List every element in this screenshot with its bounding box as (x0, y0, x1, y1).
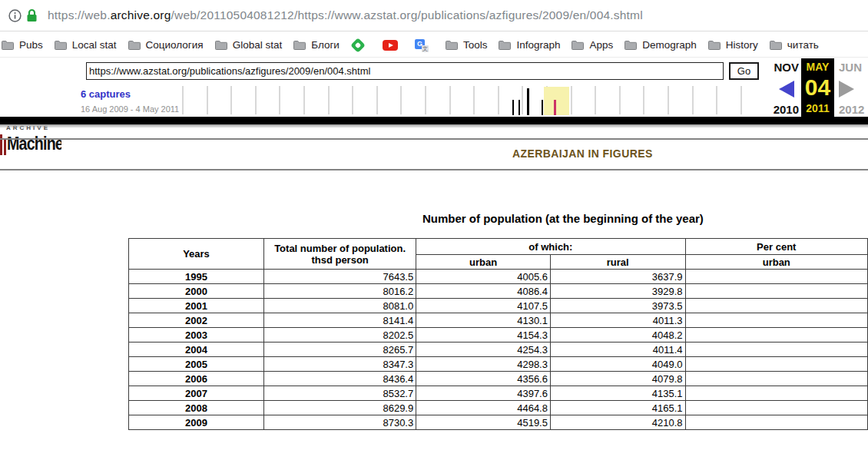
browser-window: https://web.archive.org/web/201105040812… (0, 0, 868, 460)
nav-prev-month[interactable]: NOV (757, 61, 799, 74)
bookmark-folder-apps[interactable]: Apps (571, 39, 613, 51)
bookmark-folder-local-stat[interactable]: Local stat (55, 39, 117, 51)
table-row: 19957643.54005.63637.9 (129, 270, 868, 284)
col-header-total-line1: Total number of population. (266, 243, 414, 254)
folder-icon (708, 40, 721, 50)
table-row: 20008016.24086.43929.8 (129, 284, 868, 299)
folder-icon (499, 40, 511, 50)
toolbar-bottom-band (0, 117, 868, 124)
cell-rural: 4135.1 (550, 386, 685, 401)
bookmark-folder-infograph[interactable]: Infograph (499, 39, 560, 51)
secure-lock-icon[interactable] (26, 8, 38, 25)
cell-year: 2001 (129, 299, 264, 313)
cell-total: 8202.5 (263, 328, 416, 343)
bookmark-translate[interactable]: G文 (415, 38, 434, 52)
table-row: 20068436.44356.64079.8 (129, 372, 868, 386)
bookmark-label: Global stat (233, 39, 283, 51)
folder-icon (215, 40, 227, 50)
table-row: 20038202.54154.34048.2 (129, 328, 868, 343)
cell-total: 8081.0 (263, 299, 416, 313)
col-header-per-cent-urban: urban (685, 255, 867, 270)
capture-bar[interactable] (542, 100, 543, 115)
bookmark-folder-блоги[interactable]: Блоги (293, 39, 340, 51)
bookmark-folder-социология[interactable]: Социология (128, 39, 204, 51)
cell-per-cent (685, 284, 867, 299)
cell-year: 2005 (129, 357, 264, 372)
folder-icon (770, 40, 782, 50)
cell-per-cent (685, 372, 867, 386)
url-path: /web/20110504081212/https://www.azstat.o… (171, 8, 643, 22)
table-row: 20018081.04107.53973.5 (129, 299, 868, 313)
cell-total: 8436.4 (263, 372, 416, 386)
nav-next-year[interactable]: 2012 (839, 103, 864, 116)
address-url-text[interactable]: https://web.archive.org/web/201105040812… (48, 8, 643, 22)
go-button[interactable]: Go (729, 62, 759, 80)
bookmark-folder-читать[interactable]: читать (770, 39, 819, 51)
cell-urban: 4130.1 (416, 313, 551, 328)
cell-year: 2003 (129, 328, 264, 343)
cell-year: 1995 (129, 270, 264, 284)
bookmark-label: Pubs (19, 39, 43, 51)
captures-count-link[interactable]: 6 captures (81, 88, 131, 100)
cell-total: 8016.2 (263, 284, 416, 299)
table-row: 20058347.34298.34049.0 (129, 357, 868, 372)
table-row: 20028141.44130.14011.3 (129, 313, 868, 328)
current-capture-highlight (544, 87, 569, 115)
bookmark-folder-tools[interactable]: Tools (446, 39, 488, 51)
cell-year: 2002 (129, 313, 264, 328)
address-bar[interactable]: https://web.archive.org/web/201105040812… (0, 0, 868, 31)
url-prefix: https://web. (48, 8, 111, 22)
col-header-total-line2: thsd person (266, 254, 414, 266)
wayback-url-input[interactable] (86, 62, 724, 80)
capture-bar[interactable] (512, 100, 514, 115)
feedly-icon (351, 38, 366, 51)
capture-timeline[interactable] (182, 86, 758, 114)
table-row: 20088629.94464.84165.1 (129, 401, 868, 415)
bookmark-youtube[interactable] (383, 38, 403, 51)
cell-year: 2007 (129, 386, 264, 401)
bookmark-label: Социология (146, 39, 204, 51)
table-row: 20078532.74397.64135.1 (129, 386, 868, 401)
population-table: Years Total number of population. thsd p… (128, 238, 868, 430)
capture-bar[interactable] (527, 88, 529, 115)
bookmark-label: Demograph (642, 39, 697, 51)
bookmarks-bar: PubsLocal statСоциологияGlobal statБлоги… (0, 32, 868, 58)
toolbar-shadow (0, 124, 868, 128)
cell-urban: 4254.3 (416, 343, 551, 357)
bookmark-folder-global-stat[interactable]: Global stat (215, 39, 283, 51)
cell-urban: 4356.6 (416, 372, 551, 386)
cell-rural: 4210.8 (550, 415, 685, 430)
bookmark-folder-pubs[interactable]: Pubs (2, 39, 43, 51)
bookmark-label: Tools (463, 39, 488, 51)
capture-bar[interactable] (518, 100, 520, 115)
cell-per-cent (685, 357, 867, 372)
prev-capture-arrow-icon[interactable] (779, 81, 794, 98)
translate-icon: G文 (415, 38, 429, 52)
page-info-icon[interactable] (8, 9, 22, 25)
folder-icon (446, 40, 458, 50)
bookmark-folder-history[interactable]: History (708, 39, 758, 51)
cell-urban: 4519.5 (416, 415, 551, 430)
nav-prev-year[interactable]: 2010 (757, 103, 799, 116)
next-capture-arrow-icon[interactable] (839, 81, 854, 98)
site-header: AZERBAIJAN IN FIGURES (512, 147, 653, 160)
col-header-urban: urban (416, 255, 551, 270)
cell-urban: 4464.8 (416, 401, 551, 415)
col-header-per-cent: Per cent (685, 239, 867, 255)
cell-per-cent (685, 270, 867, 284)
table-row: 20098730.34519.54210.8 (129, 415, 868, 430)
bookmark-label: Infograph (516, 39, 560, 51)
logo-red-fragment (4, 140, 6, 155)
cell-total: 8629.9 (263, 401, 416, 415)
current-capture-date-box: MAY 04 2011 (801, 58, 834, 117)
cell-urban: 4107.5 (416, 299, 551, 313)
url-domain: archive.org (111, 8, 171, 22)
cell-urban: 4397.6 (416, 386, 551, 401)
cell-urban: 4086.4 (416, 284, 551, 299)
bookmark-label: Local stat (72, 39, 117, 51)
cell-per-cent (685, 313, 867, 328)
nav-next-month[interactable]: JUN (839, 61, 862, 74)
bookmark-feedly[interactable] (351, 38, 371, 51)
bookmark-folder-demograph[interactable]: Demograph (624, 39, 697, 51)
current-capture-bar[interactable] (554, 100, 556, 115)
